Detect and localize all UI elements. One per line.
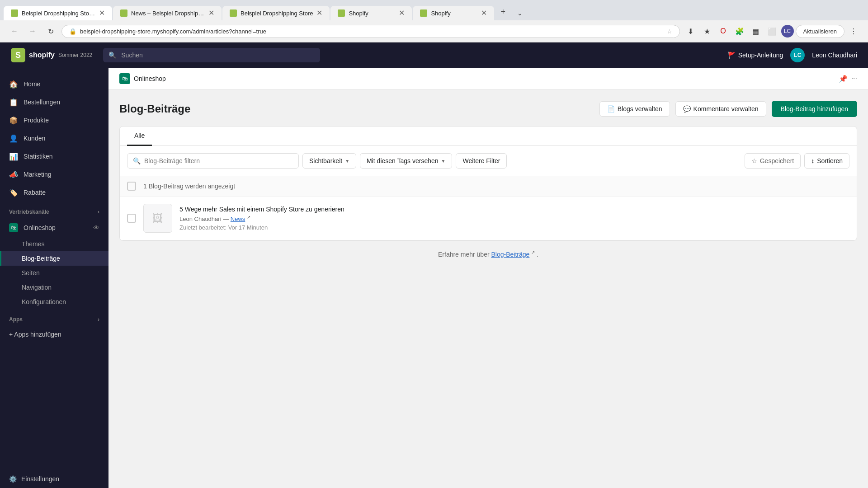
- refresh-button[interactable]: ↻: [43, 24, 58, 38]
- new-tab-button[interactable]: +: [495, 4, 511, 20]
- settings-label: Einstellungen: [21, 475, 59, 483]
- search-input[interactable]: [103, 48, 320, 62]
- more-options-icon[interactable]: ···: [851, 75, 857, 83]
- tab-label-4: Shopify: [349, 10, 395, 17]
- sichtbarkeit-dropdown[interactable]: Sichtbarkeit ▼: [302, 153, 356, 169]
- sidebar-item-onlineshop[interactable]: 🛍 Onlineshop 👁: [0, 219, 108, 237]
- weitere-filter-button[interactable]: Weitere Filter: [456, 153, 507, 169]
- tags-chevron-icon: ▼: [441, 159, 446, 164]
- sortieren-label: Sortieren: [817, 157, 843, 164]
- bookmark-icon[interactable]: ★: [700, 24, 714, 38]
- menu-icon[interactable]: ⋮: [846, 24, 861, 38]
- sales-channels-header: Vertriebskanäle ›: [0, 202, 108, 219]
- browser-tab-4[interactable]: Shopify ✕: [330, 6, 412, 20]
- home-icon: 🏠: [9, 80, 18, 89]
- blog-filter-input[interactable]: [144, 157, 293, 164]
- sidebar-item-home[interactable]: 🏠 Home: [0, 75, 108, 93]
- screenshot-icon[interactable]: ⬜: [765, 24, 779, 38]
- sidebar-sub-item-konfigurationen[interactable]: Konfigurationen: [0, 295, 108, 309]
- sidebar-item-bestellungen[interactable]: 📋 Bestellungen: [0, 93, 108, 111]
- sidebar-sub-label-navigation: Navigation: [22, 284, 52, 291]
- image-placeholder-icon: 🖼: [152, 212, 163, 225]
- extensions-icon[interactable]: 🧩: [732, 24, 747, 38]
- kommentare-verwalten-label: Kommentare verwalten: [693, 105, 759, 113]
- browser-tab-2[interactable]: News – Beispiel Dropshipping ... ✕: [113, 6, 222, 20]
- blogs-icon: 📄: [607, 105, 615, 113]
- tab-favicon-1: [11, 9, 18, 17]
- filter-search[interactable]: 🔍: [127, 153, 299, 169]
- tab-overflow-button[interactable]: ⌄: [512, 6, 528, 20]
- sidebar-sub-item-themes[interactable]: Themes: [0, 237, 108, 251]
- channel-header: 🛍 Onlineshop 📌 ···: [108, 68, 868, 90]
- row-checkbox-1[interactable]: [127, 214, 136, 223]
- browser-tab-3[interactable]: Beispiel Dropshipping Store ✕: [222, 6, 330, 20]
- chevron-right-icon: ›: [98, 209, 99, 215]
- sidebar-item-label-marketing: Marketing: [24, 171, 51, 178]
- profile-icon[interactable]: LC: [781, 25, 794, 38]
- blogs-verwalten-button[interactable]: 📄 Blogs verwalten: [599, 101, 670, 117]
- tab-close-3[interactable]: ✕: [316, 9, 322, 17]
- tab-alle[interactable]: Alle: [127, 127, 152, 146]
- shopify-logo-icon: S: [11, 48, 25, 62]
- orders-icon: 📋: [9, 98, 18, 107]
- tab-close-5[interactable]: ✕: [481, 9, 487, 17]
- row-title-1[interactable]: 5 Wege mehr Sales mit einem Shopify Stor…: [179, 206, 849, 213]
- browser-tab-5[interactable]: Shopify ✕: [413, 6, 494, 20]
- lock-icon: 🔒: [69, 28, 76, 35]
- forward-button[interactable]: →: [25, 24, 40, 38]
- avatar: LC: [790, 48, 805, 62]
- sichtbarkeit-chevron-icon: ▼: [345, 159, 349, 164]
- sidebar-item-label-onlineshop: Onlineshop: [24, 224, 56, 231]
- address-bar[interactable]: 🔒 beispiel-dropshipping-store.myshopify.…: [61, 25, 680, 38]
- sidebar-item-label-statistiken: Statistiken: [24, 153, 53, 160]
- sidebar-item-produkte[interactable]: 📦 Produkte: [0, 111, 108, 129]
- tab-close-1[interactable]: ✕: [99, 9, 105, 17]
- tab-close-4[interactable]: ✕: [399, 9, 405, 17]
- sidebar-item-marketing[interactable]: 📣 Marketing: [0, 165, 108, 183]
- sidebar-item-add-apps[interactable]: + Apps hinzufügen: [0, 326, 108, 343]
- row-date-1: Zuletzt bearbeitet: Vor 17 Minuten: [179, 224, 849, 231]
- back-button[interactable]: ←: [7, 24, 22, 38]
- tab-label-5: Shopify: [431, 10, 477, 17]
- browser-tab-1[interactable]: Beispiel Dropshipping Store · ... ✕: [4, 6, 112, 20]
- sort-icon: ↕: [811, 157, 814, 164]
- tags-dropdown[interactable]: Mit diesen Tags versehen ▼: [360, 153, 452, 169]
- tab-label-3: Beispiel Dropshipping Store: [241, 10, 313, 17]
- table-row: 🖼 5 Wege mehr Sales mit einem Shopify St…: [120, 197, 857, 240]
- row-thumbnail-1: 🖼: [143, 204, 172, 233]
- sidebar-sub-item-seiten[interactable]: Seiten: [0, 266, 108, 280]
- tab-label-1: Beispiel Dropshipping Store · ...: [22, 10, 95, 17]
- sidebar-sub-item-navigation[interactable]: Navigation: [0, 280, 108, 295]
- sidebar-item-rabatte[interactable]: 🏷️ Rabatte: [0, 183, 108, 202]
- select-all-checkbox[interactable]: [127, 182, 136, 191]
- sortieren-button[interactable]: ↕ Sortieren: [804, 153, 849, 169]
- sidebar-item-settings[interactable]: ⚙️ Einstellungen: [0, 468, 108, 487]
- pin-icon[interactable]: 📌: [839, 75, 848, 83]
- flag-icon: 🚩: [728, 52, 736, 59]
- update-button[interactable]: Aktualisieren: [796, 25, 844, 38]
- opera-icon[interactable]: O: [716, 24, 731, 38]
- sidebar-sub-item-blog-beitraege[interactable]: Blog-Beiträge: [0, 251, 108, 266]
- sidebar-item-kunden[interactable]: 👤 Kunden: [0, 129, 108, 147]
- footer-link[interactable]: Blog-Beiträge: [491, 251, 530, 258]
- gespeichert-button[interactable]: ☆ Gespeichert: [745, 153, 801, 169]
- add-blog-post-button[interactable]: Blog-Beitrag hinzufügen: [772, 101, 857, 117]
- sidebar-item-statistiken[interactable]: 📊 Statistiken: [0, 147, 108, 165]
- shopify-logo-text: shopify: [29, 51, 55, 59]
- setup-link[interactable]: 🚩 Setup-Anleitung: [728, 52, 783, 59]
- row-author-1: Leon Chaudhari: [179, 216, 222, 222]
- apps-chevron-icon: ›: [98, 316, 99, 323]
- kommentare-verwalten-button[interactable]: 💬 Kommentare verwalten: [675, 101, 766, 117]
- row-blog-link-1[interactable]: News: [231, 216, 245, 222]
- weitere-filter-label: Weitere Filter: [462, 157, 500, 164]
- add-apps-label: + Apps hinzufügen: [9, 331, 61, 338]
- download-icon[interactable]: ⬇: [684, 24, 698, 38]
- channel-icon: 🛍: [119, 73, 130, 84]
- url-text: beispiel-dropshipping-store.myshopify.co…: [80, 28, 663, 35]
- card-tabs: Alle: [120, 127, 857, 146]
- footer-prefix: Erfahre mehr über: [438, 251, 490, 258]
- tab-close-2[interactable]: ✕: [208, 9, 214, 17]
- header-search-container: 🔍: [103, 48, 320, 62]
- sidebar-icon[interactable]: ▦: [749, 24, 763, 38]
- sidebar-sub-label-themes: Themes: [22, 240, 45, 248]
